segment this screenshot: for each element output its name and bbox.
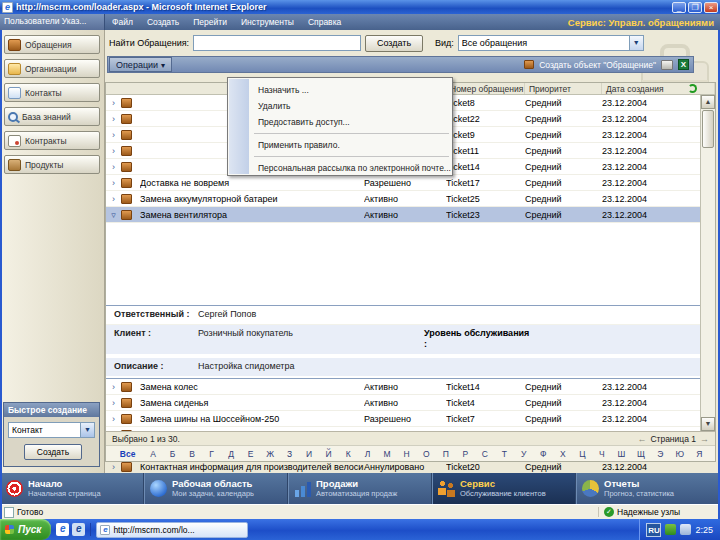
refresh-icon[interactable] <box>688 84 697 93</box>
context-menu-item[interactable]: Персональная рассылка по электронной поч… <box>228 160 452 176</box>
alphabet-filter-letter[interactable]: Е <box>241 449 261 459</box>
menu-item[interactable]: Инструменты <box>234 17 301 27</box>
tray-volume-icon[interactable] <box>680 524 691 535</box>
show-desktop-icon[interactable] <box>72 523 85 536</box>
quick-create-button[interactable]: Создать <box>24 444 82 460</box>
menu-item[interactable]: Файл <box>105 17 140 27</box>
expand-chevron-icon[interactable] <box>106 114 121 124</box>
menu-item[interactable]: Справка <box>301 17 348 27</box>
context-menu-item[interactable]: Удалить <box>228 98 452 114</box>
alphabet-filter-letter[interactable]: Ш <box>612 449 632 459</box>
expand-chevron-icon[interactable] <box>106 162 121 172</box>
scroll-up-icon[interactable] <box>701 95 715 109</box>
alphabet-filter-letter[interactable]: И <box>299 449 319 459</box>
expand-chevron-icon[interactable] <box>106 414 121 424</box>
column-created-date[interactable]: Дата создания <box>602 83 715 94</box>
sidebar-item[interactable]: База знаний <box>4 107 100 126</box>
expand-chevron-icon[interactable] <box>106 194 121 204</box>
tray-shield-icon[interactable] <box>665 524 676 535</box>
context-menu-item[interactable]: Предоставить доступ... <box>228 114 452 130</box>
column-priority[interactable]: Приоритет <box>525 83 602 94</box>
view-select[interactable]: Все обращения <box>458 35 644 51</box>
alphabet-filter-letter[interactable]: У <box>514 449 534 459</box>
table-row[interactable]: Замена аккумуляторной батареи Активно Ti… <box>106 191 700 207</box>
next-page-icon[interactable] <box>700 434 709 444</box>
scrollbar-thumb[interactable] <box>702 110 714 148</box>
excel-icon[interactable] <box>678 59 689 70</box>
table-row[interactable]: Замена вентилятора Активно Ticket23 Сред… <box>106 207 700 223</box>
create-object-button[interactable]: Создать объект "Обращение" <box>539 60 656 70</box>
column-ticket-number[interactable]: Номер обращения <box>446 83 525 94</box>
print-icon[interactable] <box>661 60 673 70</box>
alphabet-filter-letter[interactable]: Ч <box>592 449 612 459</box>
alphabet-filter-letter[interactable]: Й <box>319 449 339 459</box>
expand-chevron-icon[interactable] <box>106 130 121 140</box>
alphabet-filter-letter[interactable]: О <box>416 449 436 459</box>
bottom-nav-item[interactable]: Отчеты Прогноз, статистика <box>576 473 720 504</box>
users-button[interactable]: Пользователи Указ... <box>0 14 105 30</box>
expand-chevron-icon[interactable] <box>106 146 121 156</box>
sidebar-item[interactable]: Контакты <box>4 83 100 102</box>
expand-chevron-icon[interactable] <box>106 398 121 408</box>
table-row[interactable]: Замена сиденья Активно Ticket4 Средний 2… <box>106 395 700 411</box>
table-row[interactable]: Доставка не вовремя Разрешено Ticket17 С… <box>106 175 700 191</box>
bottom-nav-item[interactable]: Начало Начальная страница <box>0 473 144 504</box>
alphabet-filter-letter[interactable]: Ж <box>260 449 280 459</box>
alphabet-filter-letter[interactable]: А <box>143 449 163 459</box>
chevron-down-icon[interactable] <box>629 36 643 50</box>
alphabet-filter-letter[interactable]: Н <box>397 449 417 459</box>
alphabet-filter-letter[interactable]: М <box>377 449 397 459</box>
vertical-scrollbar[interactable] <box>700 95 715 431</box>
chevron-down-icon[interactable] <box>80 423 94 437</box>
alphabet-filter-letter[interactable]: Ф <box>534 449 554 459</box>
quick-create-type-select[interactable]: Контакт <box>8 422 95 438</box>
context-menu-item[interactable]: Назначить ... <box>228 82 452 98</box>
bottom-nav-item[interactable]: Продажи Автоматизация продаж <box>288 473 432 504</box>
alphabet-filter-letter[interactable]: Я <box>690 449 710 459</box>
table-row[interactable]: Замена шины на Шоссейном-250 Разрешено T… <box>106 411 700 427</box>
alphabet-filter-letter[interactable]: Ю <box>670 449 690 459</box>
alphabet-filter-letter[interactable]: Э <box>651 449 671 459</box>
alphabet-filter-letter[interactable]: Б <box>163 449 183 459</box>
maximize-button[interactable]: ❐ <box>688 2 702 13</box>
alphabet-filter-letter[interactable]: Щ <box>631 449 651 459</box>
alphabet-filter-letter[interactable]: Все <box>112 449 143 459</box>
bottom-nav-item[interactable]: Рабочая область Мои задачи, календарь <box>144 473 288 504</box>
alphabet-filter-letter[interactable]: П <box>436 449 456 459</box>
alphabet-filter-letter[interactable]: К <box>338 449 358 459</box>
expand-chevron-icon[interactable] <box>106 210 121 220</box>
taskbar-task-button[interactable]: http://mscrm.com/lo... <box>96 522 248 538</box>
expand-chevron-icon[interactable] <box>106 462 121 472</box>
alphabet-filter-letter[interactable]: Г <box>202 449 222 459</box>
bottom-nav-item[interactable]: Сервис Обслуживание клиентов <box>432 473 576 504</box>
alphabet-filter-letter[interactable]: С <box>475 449 495 459</box>
sidebar-item[interactable]: Контракты <box>4 131 100 150</box>
sidebar-item[interactable]: Продукты <box>4 155 100 174</box>
sidebar-item[interactable]: Организации <box>4 59 100 78</box>
alphabet-filter-letter[interactable]: Л <box>358 449 378 459</box>
language-indicator[interactable]: RU <box>646 523 661 537</box>
table-row[interactable]: Замена колес Активно Ticket14 Средний 23… <box>106 379 700 395</box>
scroll-down-icon[interactable] <box>701 417 715 431</box>
previous-page-icon[interactable] <box>637 434 646 444</box>
alphabet-filter-letter[interactable]: З <box>280 449 300 459</box>
actions-menu-button[interactable]: Операции <box>109 57 172 72</box>
menu-item[interactable]: Создать <box>140 17 186 27</box>
start-button[interactable]: Пуск <box>0 519 51 540</box>
find-input[interactable] <box>193 35 361 51</box>
ie-quicklaunch-icon[interactable] <box>56 523 69 536</box>
close-button[interactable]: × <box>704 2 718 13</box>
minimize-button[interactable]: _ <box>672 2 686 13</box>
alphabet-filter-letter[interactable]: Ц <box>573 449 593 459</box>
alphabet-filter-letter[interactable]: В <box>182 449 202 459</box>
context-menu-item[interactable]: Применить правило. <box>228 137 452 153</box>
create-button[interactable]: Создать <box>365 35 423 52</box>
alphabet-filter-letter[interactable]: Д <box>221 449 241 459</box>
alphabet-filter-letter[interactable]: Р <box>455 449 475 459</box>
alphabet-filter-letter[interactable]: Х <box>553 449 573 459</box>
sidebar-item[interactable]: Обращения <box>4 35 100 54</box>
expand-chevron-icon[interactable] <box>106 98 121 108</box>
menu-item[interactable]: Перейти <box>186 17 234 27</box>
expand-chevron-icon[interactable] <box>106 178 121 188</box>
alphabet-filter-letter[interactable]: Т <box>495 449 515 459</box>
